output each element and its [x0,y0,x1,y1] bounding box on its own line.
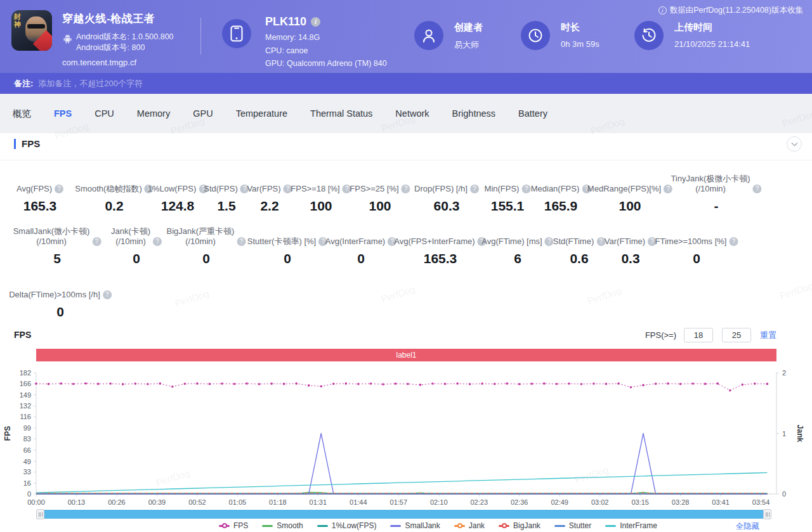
stat-label: FTime>=100ms [%] [655,237,727,247]
tab-battery[interactable]: Battery [518,108,547,119]
svg-text:01:05: 01:05 [229,498,247,506]
stat-value: 1.5 [204,198,249,214]
tab-gpu[interactable]: GPU [193,108,213,119]
stat-cell: 1%Low(FPS)? 124.8 [148,173,208,214]
svg-text:132: 132 [20,402,31,410]
creator-value: 易大师 [454,39,483,51]
stat-cell: MedRange(FPS)[%]? 100 [587,173,672,214]
creator-label: 创建者 [454,22,483,34]
legend-item-smalljank[interactable]: SmallJank [390,521,440,530]
remark-bar: 备注: [0,73,812,94]
help-icon[interactable]: ? [753,185,762,193]
svg-text:02:10: 02:10 [430,498,448,506]
chart-title: FPS [14,330,31,340]
svg-text:33: 33 [23,468,31,476]
legend-item-interframe[interactable]: InterFrame [605,521,657,530]
tab-cpu[interactable]: CPU [95,108,114,119]
help-icon[interactable]: ? [153,237,162,246]
legend-label: 1%Low(FPS) [332,521,377,530]
legend-label: InterFrame [620,521,657,530]
stat-label: Avg(FTime) [ms] [481,237,542,247]
fps-threshold-input-2[interactable] [722,328,751,342]
stat-value: 0 [655,251,738,266]
stat-value: 0 [167,251,246,266]
legend-item-fps[interactable]: FPS [219,521,248,530]
stat-label: Delta(FTime)>100ms [/h] [9,290,100,300]
help-icon[interactable]: ? [729,237,738,246]
chart-label1-bar[interactable]: label1 [36,349,776,361]
stat-label: Min(FPS) [485,184,520,194]
reset-button[interactable]: 重置 [760,330,776,341]
legend-item-bigjank[interactable]: BigJank [499,521,540,530]
legend-swatch [317,525,328,527]
stat-cell: Min(FPS)? 155.1 [485,173,531,214]
legend-item-1-low-fps-[interactable]: 1%Low(FPS) [317,521,377,530]
stat-label: BigJank(严重卡顿) (/10min) [167,226,235,247]
legend-label: Stutter [569,521,591,530]
stat-value: - [671,198,761,214]
svg-text:149: 149 [20,391,31,399]
help-icon[interactable]: ? [402,185,410,193]
svg-text:01:57: 01:57 [390,498,408,506]
legend-label: FPS [233,521,248,530]
device-info-icon[interactable]: i [311,17,320,27]
legend-item-jank[interactable]: Jank [454,521,485,530]
stat-value: 155.1 [485,198,531,214]
stat-label: Stutter(卡顿率) [%] [247,237,316,247]
stat-label: Var(FTime) [605,237,645,247]
tab-temperature[interactable]: Temperature [236,108,287,119]
legend-swatch [499,525,509,527]
fps-stats-row-1: Avg(FPS)? 165.3 Smooth(稳帧指数)? 0.2 1%Low(… [0,173,812,224]
stat-value: 100 [291,198,351,214]
fps-threshold-input-1[interactable] [684,328,713,342]
stat-label: Smooth(稳帧指数) [75,184,141,194]
tab-fps[interactable]: FPS [54,108,72,119]
game-icon-sunglasses [27,24,45,29]
remark-input[interactable] [38,79,419,88]
tab-network[interactable]: Network [395,108,429,119]
tab-thermal-status[interactable]: Thermal Status [310,108,372,119]
legend-swatch [390,525,401,527]
tab-概览[interactable]: 概览 [13,108,31,120]
legend-label: Jank [469,521,485,530]
collapse-section-button[interactable] [787,136,802,152]
help-icon[interactable]: ? [103,290,112,299]
legend-swatch [454,525,465,527]
stat-value: 5 [13,251,102,266]
svg-text:83: 83 [23,435,31,443]
svg-text:66: 66 [23,446,31,454]
fps-threshold-label: FPS(>=) [645,330,676,340]
stat-value: 60.3 [414,198,479,214]
fps-line-chart[interactable]: 016334966839911613214916618201200:0000:1… [0,363,812,509]
legend-item-smooth[interactable]: Smooth [262,521,303,530]
duration-icon-circle [521,21,550,50]
legend-label: Smooth [277,521,303,530]
tab-memory[interactable]: Memory [137,108,170,119]
help-icon[interactable]: ? [55,185,63,193]
legend-item-stutter[interactable]: Stutter [554,521,591,530]
scrollbar-track[interactable] [44,510,764,519]
package-name: com.tencent.tmgp.cf [62,58,174,67]
phone-icon [230,25,243,42]
tab-brightness[interactable]: Brightness [452,108,496,119]
help-icon[interactable]: ? [521,185,530,193]
stat-value: 165.3 [394,251,486,266]
report-header: 封神 穿越火线-枪战王者 Android版本名: 1.0.500.800 And… [0,0,812,73]
legend-swatch [219,525,230,527]
game-icon-seal-text: 封神 [14,13,22,28]
section-title-accent [14,139,16,149]
stat-label: Std(FTime) [553,237,594,247]
stat-cell: Avg(InterFrame)? 0 [325,226,396,266]
scrollbar-right-handle[interactable] [763,509,771,519]
help-icon[interactable]: ? [470,185,479,193]
svg-text:16: 16 [23,479,31,487]
hide-all-link[interactable]: 全隐藏 [736,521,760,532]
stat-value: 124.8 [148,198,208,214]
svg-text:1: 1 [782,430,786,438]
stat-label: Avg(FPS+InterFrame) [394,237,475,247]
svg-text:FPS: FPS [3,426,12,441]
scrollbar-left-handle[interactable] [36,509,44,519]
help-icon[interactable]: ? [545,237,554,246]
help-icon[interactable]: ? [92,237,101,246]
help-icon[interactable]: ? [237,237,246,246]
